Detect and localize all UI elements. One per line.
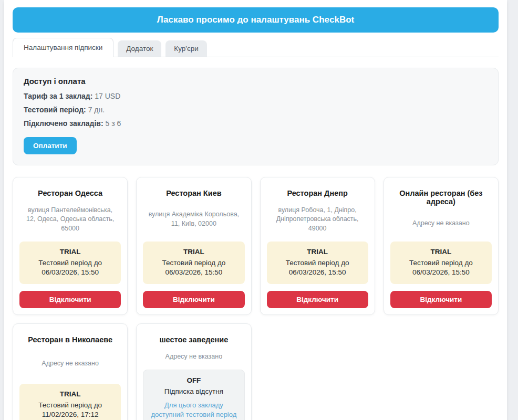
access-row-value: 5 з 6	[106, 119, 121, 128]
access-row-label: Тестовий період:	[24, 106, 86, 114]
welcome-banner-title: Ласкаво просимо до налаштувань CheckBot	[157, 15, 354, 25]
access-payment-panel: Доступ і оплата Тариф за 1 заклад: 17 US…	[13, 68, 499, 165]
establishment-card: Ресторан Киев вулиця Академіка Корольова…	[136, 177, 251, 315]
establishment-address: вулиця Академіка Корольова, 11, Київ, 02…	[143, 197, 244, 242]
establishment-address: вулиця Робоча, 1, Дніпро, Дніпропетровсь…	[267, 197, 368, 242]
access-row-label: Підключено закладів:	[24, 119, 103, 128]
tab-item[interactable]: Кур'єри	[165, 40, 207, 57]
status-description: Тестовий період до 06/03/2026, 15:50	[148, 258, 239, 277]
status-code: TRIAL	[396, 248, 486, 256]
status-badge: TRIAL Тестовий період до 06/03/2026, 15:…	[267, 242, 368, 284]
establishment-name: Ресторан Одесса	[19, 189, 121, 197]
establishment-name: Онлайн ресторан (без адреса)	[390, 189, 492, 206]
establishment-card: Онлайн ресторан (без адреса) Адресу не в…	[384, 177, 499, 315]
status-badge: TRIAL Тестовий період до 06/03/2026, 15:…	[143, 242, 244, 284]
establishment-card: Ресторан Одесса вулиця Пантелеймонівська…	[13, 177, 128, 315]
status-description: Тестовий період до 06/03/2026, 15:50	[25, 258, 116, 277]
pay-button[interactable]: Оплатити	[24, 137, 77, 154]
card-action-button[interactable]: Відключити	[19, 291, 121, 308]
status-description: Підписка відсутня	[149, 387, 239, 396]
settings-page: Ласкаво просимо до налаштувань CheckBot …	[4, 0, 507, 420]
establishment-name: Ресторан в Николаеве	[19, 335, 121, 344]
establishment-address: Адресу не вказано	[19, 344, 121, 384]
establishment-name: Ресторан Киев	[143, 189, 244, 197]
establishment-card: шестое заведение Адресу не вказано OFF П…	[136, 323, 251, 420]
establishments-grid: Ресторан Одесса вулиця Пантелеймонівська…	[13, 177, 499, 420]
status-code: TRIAL	[25, 390, 116, 398]
access-row-label: Тариф за 1 заклад:	[24, 92, 92, 100]
status-description: Тестовий період до 06/03/2026, 15:50	[396, 258, 486, 277]
welcome-banner: Ласкаво просимо до налаштувань CheckBot	[13, 7, 499, 33]
status-code: TRIAL	[25, 248, 116, 256]
establishment-address: вулиця Пантелеймонівська, 12, Одеса, Оде…	[19, 197, 121, 242]
card-action-button[interactable]: Відключити	[390, 291, 492, 308]
status-code: TRIAL	[272, 248, 363, 256]
status-description: Тестовий період до 06/03/2026, 15:50	[272, 258, 363, 277]
access-info-row: Тариф за 1 заклад: 17 USD	[24, 90, 488, 103]
status-badge: TRIAL Тестовий період до 11/02/2026, 17:…	[19, 384, 121, 420]
card-action-button[interactable]: Відключити	[267, 291, 368, 308]
status-description: Тестовий період до 11/02/2026, 17:12	[25, 401, 116, 419]
status-code: OFF	[149, 376, 239, 384]
access-panel-rows: Тариф за 1 заклад: 17 USD Тестовий періо…	[24, 90, 488, 131]
access-info-row: Тестовий період: 7 дн.	[24, 103, 488, 117]
tab-bar: Налаштування підписки Додаток Кур'єри	[13, 38, 499, 57]
trial-available-link[interactable]: Для цього закладу доступний тестовий пер…	[149, 401, 239, 419]
status-code: TRIAL	[148, 248, 239, 256]
access-info-row: Підключено закладів: 5 з 6	[24, 117, 488, 131]
access-row-value: 7 дн.	[88, 106, 105, 114]
card-action-button[interactable]: Відключити	[143, 291, 244, 308]
status-badge: TRIAL Тестовий період до 06/03/2026, 15:…	[390, 242, 492, 284]
establishment-card: Ресторан в Николаеве Адресу не вказано T…	[13, 323, 128, 420]
tab-item[interactable]: Налаштування підписки	[13, 38, 113, 57]
status-badge: TRIAL Тестовий період до 06/03/2026, 15:…	[19, 242, 121, 284]
status-badge: OFF Підписка відсутня Для цього закладу …	[143, 370, 244, 420]
establishment-name: шестое заведение	[143, 335, 244, 344]
establishment-name: Ресторан Днепр	[267, 189, 368, 197]
tab-item[interactable]: Додаток	[118, 40, 161, 57]
establishment-address: Адресу не вказано	[390, 206, 492, 242]
access-panel-title: Доступ і оплата	[24, 77, 488, 86]
establishment-card: Ресторан Днепр вулиця Робоча, 1, Дніпро,…	[260, 177, 375, 315]
establishment-address: Адресу не вказано	[143, 344, 244, 370]
access-row-value: 17 USD	[95, 92, 120, 100]
